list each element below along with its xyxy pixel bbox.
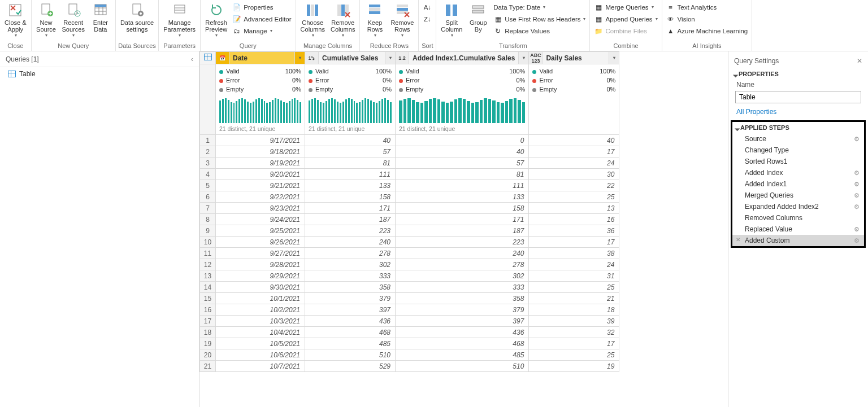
row-number[interactable]: 4	[200, 169, 216, 180]
gear-icon[interactable]: ⚙	[854, 181, 860, 188]
data-cell[interactable]: 358	[396, 293, 529, 304]
first-row-headers-button[interactable]: ▦Use First Row as Headers▾	[492, 13, 587, 25]
data-cell[interactable]: 278	[305, 248, 396, 259]
row-number[interactable]: 14	[200, 282, 216, 293]
data-cell[interactable]: 223	[396, 237, 529, 248]
gear-icon[interactable]: ⚙	[854, 192, 860, 199]
type-icon[interactable]: 1.2	[396, 52, 409, 64]
data-cell[interactable]: 397	[305, 304, 396, 316]
data-cell[interactable]: 9/20/2021	[216, 169, 305, 180]
data-cell[interactable]: 9/24/2021	[216, 214, 305, 225]
data-cell[interactable]: 223	[305, 225, 396, 237]
row-number[interactable]: 12	[200, 259, 216, 270]
data-cell[interactable]: 57	[305, 146, 396, 157]
query-name-input[interactable]	[735, 91, 861, 103]
remove-rows-button[interactable]: RemoveRows▾	[388, 1, 416, 40]
query-item[interactable]: Table	[0, 67, 199, 81]
all-properties-link[interactable]: All Properties	[728, 107, 868, 120]
remove-columns-button[interactable]: RemoveColumns▾	[328, 1, 357, 40]
data-source-settings-button[interactable]: Data sourcesettings	[118, 1, 156, 40]
data-cell[interactable]: 302	[396, 270, 529, 282]
applied-step[interactable]: Changed Type	[732, 145, 864, 156]
column-header[interactable]: 📅Date▾	[216, 52, 305, 64]
data-cell[interactable]: 81	[305, 157, 396, 169]
table-row[interactable]: 19/17/202140040	[200, 135, 619, 146]
column-header[interactable]: 1²₃Cumulative Sales▾	[305, 52, 396, 64]
applied-step[interactable]: ✕Added Custom⚙	[732, 235, 864, 246]
corner-cell[interactable]	[200, 52, 216, 64]
data-cell[interactable]: 9/26/2021	[216, 237, 305, 248]
data-cell[interactable]: 40	[396, 146, 529, 157]
data-cell[interactable]: 485	[396, 349, 529, 361]
row-number[interactable]: 9	[200, 225, 216, 237]
data-cell[interactable]: 17	[529, 237, 619, 248]
manage-button[interactable]: 🗂Manage▾	[231, 25, 293, 37]
table-row[interactable]: 149/30/202135833325	[200, 282, 619, 293]
table-row[interactable]: 69/22/202115813325	[200, 191, 619, 203]
data-cell[interactable]: 31	[529, 270, 619, 282]
data-cell[interactable]: 57	[396, 157, 529, 169]
table-row[interactable]: 129/28/202130227824	[200, 259, 619, 270]
manage-parameters-button[interactable]: ManageParameters▾	[161, 1, 198, 40]
enter-data-button[interactable]: EnterData	[88, 1, 113, 40]
data-cell[interactable]: 397	[396, 316, 529, 327]
data-cell[interactable]: 529	[305, 361, 396, 372]
data-cell[interactable]: 40	[529, 135, 619, 146]
gear-icon[interactable]: ⚙	[854, 203, 860, 211]
data-cell[interactable]: 9/22/2021	[216, 191, 305, 203]
column-header[interactable]: ABC123Daily Sales▾	[529, 52, 619, 64]
table-row[interactable]: 39/19/2021815724	[200, 157, 619, 169]
data-cell[interactable]: 187	[396, 225, 529, 237]
merge-queries-button[interactable]: ▦Merge Queries▾	[592, 1, 659, 13]
gear-icon[interactable]: ⚙	[854, 169, 860, 177]
data-cell[interactable]: 9/28/2021	[216, 259, 305, 270]
row-number[interactable]: 17	[200, 316, 216, 327]
data-cell[interactable]: 39	[529, 316, 619, 327]
data-cell[interactable]: 510	[396, 361, 529, 372]
row-number[interactable]: 15	[200, 293, 216, 304]
data-cell[interactable]: 9/17/2021	[216, 135, 305, 146]
data-cell[interactable]: 358	[305, 282, 396, 293]
keep-rows-button[interactable]: KeepRows▾	[362, 1, 387, 40]
data-cell[interactable]: 10/4/2021	[216, 327, 305, 338]
data-cell[interactable]: 40	[305, 135, 396, 146]
data-cell[interactable]: 468	[396, 338, 529, 349]
advanced-editor-button[interactable]: 📝Advanced Editor	[231, 13, 293, 25]
delete-step-icon[interactable]: ✕	[736, 237, 740, 243]
row-number[interactable]: 21	[200, 361, 216, 372]
data-cell[interactable]: 9/25/2021	[216, 225, 305, 237]
close-apply-button[interactable]: Close &Apply▾	[2, 1, 29, 40]
data-cell[interactable]: 22	[529, 180, 619, 191]
table-row[interactable]: 79/23/202117115813	[200, 203, 619, 214]
data-cell[interactable]: 32	[529, 327, 619, 338]
data-cell[interactable]: 9/19/2021	[216, 157, 305, 169]
row-number[interactable]: 18	[200, 327, 216, 338]
data-cell[interactable]: 9/21/2021	[216, 180, 305, 191]
row-number[interactable]: 19	[200, 338, 216, 349]
row-number[interactable]: 13	[200, 270, 216, 282]
data-cell[interactable]: 158	[305, 191, 396, 203]
applied-step[interactable]: Replaced Value⚙	[732, 224, 864, 235]
data-cell[interactable]: 10/7/2021	[216, 361, 305, 372]
table-row[interactable]: 119/27/202127824038	[200, 248, 619, 259]
table-row[interactable]: 139/29/202133330231	[200, 270, 619, 282]
replace-values-button[interactable]: ↻Replace Values	[492, 25, 587, 37]
data-cell[interactable]: 21	[529, 293, 619, 304]
data-cell[interactable]: 19	[529, 361, 619, 372]
collapse-queries-icon[interactable]: ‹	[191, 55, 193, 63]
filter-dropdown-icon[interactable]: ▾	[294, 52, 305, 64]
row-number[interactable]: 16	[200, 304, 216, 316]
gear-icon[interactable]: ⚙	[854, 237, 860, 244]
row-number[interactable]: 7	[200, 203, 216, 214]
data-cell[interactable]: 240	[305, 237, 396, 248]
data-cell[interactable]: 10/1/2021	[216, 293, 305, 304]
data-cell[interactable]: 25	[529, 282, 619, 293]
data-cell[interactable]: 10/2/2021	[216, 304, 305, 316]
applied-step[interactable]: Source⚙	[732, 133, 864, 145]
table-row[interactable]: 1710/3/202143639739	[200, 316, 619, 327]
data-cell[interactable]: 9/27/2021	[216, 248, 305, 259]
data-cell[interactable]: 36	[529, 225, 619, 237]
data-cell[interactable]: 333	[305, 270, 396, 282]
data-grid[interactable]: 📅Date▾1²₃Cumulative Sales▾1.2Added Index…	[199, 51, 619, 372]
filter-dropdown-icon[interactable]: ▾	[518, 52, 528, 64]
